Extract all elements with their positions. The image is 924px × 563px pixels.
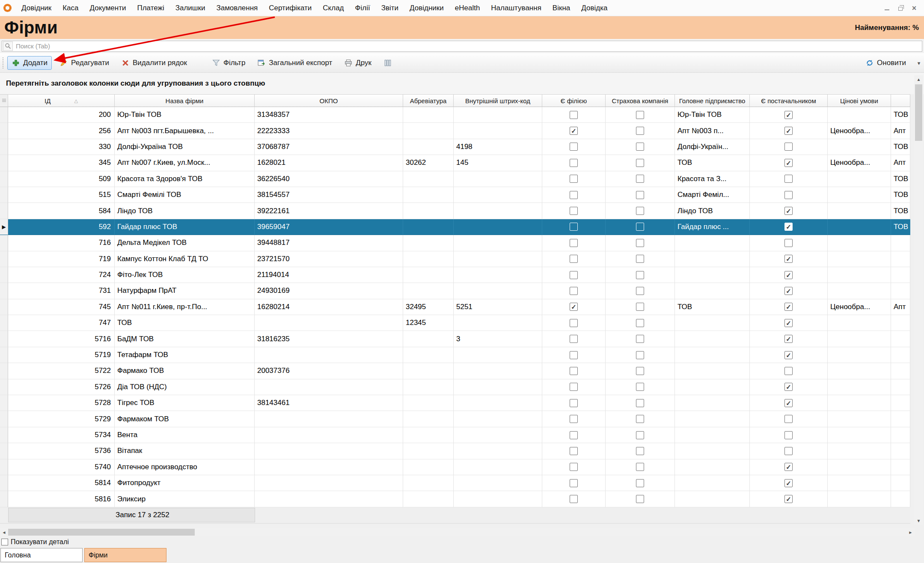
group-by-panel[interactable]: Перетягніть заголовок колонки сюди для у… [0,73,924,94]
branch-checkbox[interactable] [570,271,578,279]
supplier-checkbox[interactable] [784,335,793,343]
branch-checkbox[interactable] [570,351,578,359]
insurance-checkbox[interactable] [636,287,644,295]
supplier-checkbox[interactable] [784,463,793,471]
scroll-down-icon[interactable]: ▼ [914,517,923,525]
branch-checkbox[interactable] [570,255,578,263]
toolbar-grip[interactable] [3,57,4,69]
refresh-button[interactable]: Оновити [861,56,910,70]
branch-checkbox[interactable] [570,175,578,183]
supplier-checkbox[interactable] [784,127,793,135]
print-button[interactable]: Друк [340,56,376,70]
insurance-checkbox[interactable] [636,399,644,407]
supplier-checkbox[interactable] [784,255,793,263]
vertical-scroll-thumb[interactable] [915,84,922,141]
search-input[interactable] [13,42,922,51]
table-row[interactable]: 256Апт №003 пгт.Барышевка, ...22223333Ап… [0,123,910,139]
scroll-left-icon[interactable]: ◄ [0,528,8,536]
insurance-checkbox[interactable] [636,223,644,231]
insurance-checkbox[interactable] [636,175,644,183]
column-header-type[interactable] [891,95,910,107]
table-row[interactable]: 719Кампус Коттон Клаб ТД ТО23721570 [0,251,910,267]
edit-button[interactable]: Редагувати [55,56,113,70]
insurance-checkbox[interactable] [636,431,644,439]
menu-item-dovidnyk[interactable]: Довідник [16,4,57,12]
supplier-checkbox[interactable] [784,415,793,423]
column-header-okpo[interactable]: ОКПО [255,95,403,107]
menu-item-dokumenty[interactable]: Документи [84,4,132,12]
insurance-checkbox[interactable] [636,255,644,263]
table-row[interactable]: 5734Вента [0,427,910,443]
supplier-checkbox[interactable] [784,351,793,359]
branch-checkbox[interactable] [570,399,578,407]
insurance-checkbox[interactable] [636,271,644,279]
menu-item-sklad[interactable]: Склад [317,4,349,12]
supplier-checkbox[interactable] [784,303,793,311]
column-header-name[interactable]: Назва фірми [115,95,255,107]
insurance-checkbox[interactable] [636,143,644,151]
table-row[interactable]: ▶592Гайдар плюс ТОВ39659047Гайдар плюс .… [0,219,910,235]
insurance-checkbox[interactable] [636,495,644,503]
insurance-checkbox[interactable] [636,127,644,135]
table-row[interactable]: 745Апт №011 г.Киев, пр-т.По...1628021432… [0,299,910,315]
table-row[interactable]: 5728Тігрес ТОВ38143461 [0,395,910,411]
menu-item-zamovlennia[interactable]: Замовлення [211,4,263,12]
branch-checkbox[interactable] [570,479,578,487]
supplier-checkbox[interactable] [784,431,793,439]
supplier-checkbox[interactable] [784,159,793,167]
branch-checkbox[interactable] [570,191,578,199]
insurance-checkbox[interactable] [636,351,644,359]
branch-checkbox[interactable] [570,335,578,343]
branch-checkbox[interactable] [570,447,578,455]
add-button[interactable]: Додати [7,56,52,70]
table-row[interactable]: 509Красота та Здоров'я ТОВ36226540Красот… [0,171,910,187]
table-row[interactable]: 5722Фармако ТОВ20037376 [0,363,910,379]
supplier-checkbox[interactable] [784,239,793,247]
supplier-checkbox[interactable] [784,271,793,279]
insurance-checkbox[interactable] [636,415,644,423]
menu-item-sertyfikaty[interactable]: Сертифікати [263,4,317,12]
branch-checkbox[interactable] [570,415,578,423]
insurance-checkbox[interactable] [636,335,644,343]
column-header-abbr[interactable]: Абревіатура [403,95,454,107]
column-header-supplier[interactable]: Є постачальником [750,95,828,107]
close-button[interactable]: × [909,3,920,13]
toolbar-overflow-button[interactable]: ▾ [914,60,924,66]
insurance-checkbox[interactable] [636,207,644,215]
table-row[interactable]: 330Долфі-Україна ТОВ370687874198Долфі-Ук… [0,139,910,155]
branch-checkbox[interactable] [570,239,578,247]
supplier-checkbox[interactable] [784,287,793,295]
column-header-branch[interactable]: Є філією [542,95,606,107]
branch-checkbox[interactable] [570,383,578,391]
table-row[interactable]: 5719Тетафарм ТОВ [0,347,910,363]
menu-item-filii[interactable]: Філії [350,4,376,12]
insurance-checkbox[interactable] [636,159,644,167]
supplier-checkbox[interactable] [784,319,793,327]
supplier-checkbox[interactable] [784,383,793,391]
vertical-scrollbar[interactable]: ▲ ▼ [914,75,923,525]
branch-checkbox[interactable] [570,127,578,135]
menu-item-vikna[interactable]: Вікна [547,4,576,12]
supplier-checkbox[interactable] [784,367,793,375]
table-row[interactable]: 716Дельта Медікел ТОВ39448817 [0,235,910,251]
insurance-checkbox[interactable] [636,479,644,487]
table-row[interactable]: 5814Фитопродукт [0,475,910,491]
insurance-checkbox[interactable] [636,463,644,471]
branch-checkbox[interactable] [570,367,578,375]
menu-item-platezhi[interactable]: Платежі [131,4,169,12]
table-row[interactable]: 724Фіто-Лек ТОВ21194014 [0,267,910,283]
supplier-checkbox[interactable] [784,143,793,151]
insurance-checkbox[interactable] [636,319,644,327]
table-row[interactable]: 515Смарті Фемілі ТОВ38154557Смарті Феміл… [0,187,910,203]
table-row[interactable]: 345Апт №007 г.Киев, ул.Моск...1628021302… [0,155,910,171]
branch-checkbox[interactable] [570,207,578,215]
supplier-checkbox[interactable] [784,495,793,503]
column-header-barcode[interactable]: Внутрішній штрих-код [454,95,542,107]
horizontal-scroll-thumb[interactable] [8,529,195,536]
table-row[interactable]: 584Ліндо ТОВ39222161Ліндо ТОВТОВ [0,203,910,219]
branch-checkbox[interactable] [570,319,578,327]
supplier-checkbox[interactable] [784,223,793,231]
branch-checkbox[interactable] [570,431,578,439]
tab-firmy[interactable]: Фірми [84,548,166,562]
branch-checkbox[interactable] [570,143,578,151]
